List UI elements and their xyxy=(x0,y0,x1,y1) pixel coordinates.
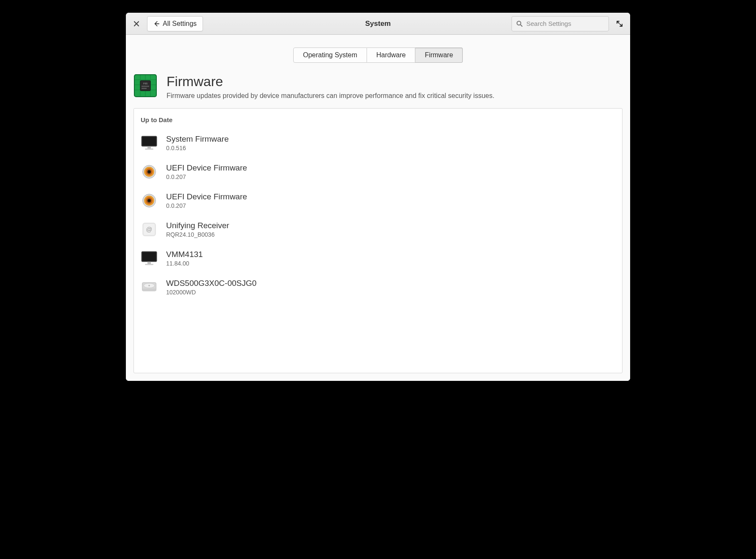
monitor-icon xyxy=(140,249,158,268)
svg-rect-26 xyxy=(147,262,151,264)
page-hero: P85 Firmware Firmware updates provided b… xyxy=(126,73,630,108)
speaker-icon xyxy=(140,191,158,210)
svg-text:P85: P85 xyxy=(143,82,148,85)
firmware-item-name: UEFI Device Firmware xyxy=(166,192,247,201)
firmware-item-version: 0.0.516 xyxy=(166,145,229,151)
firmware-item-name: WDS500G3X0C-00SJG0 xyxy=(166,279,256,288)
search-icon xyxy=(516,20,523,27)
content-area: Operating System Hardware Firmware P85 xyxy=(126,35,630,381)
firmware-item[interactable]: WDS500G3X0C-00SJG0102000WD xyxy=(140,274,616,303)
firmware-item-name: UEFI Device Firmware xyxy=(166,163,247,173)
speaker-icon xyxy=(140,162,158,181)
svg-rect-9 xyxy=(147,146,151,148)
svg-point-15 xyxy=(148,171,150,173)
chip-icon: P85 xyxy=(133,73,157,98)
svg-rect-27 xyxy=(145,264,153,265)
firmware-item-name: System Firmware xyxy=(166,134,229,144)
page-subtitle: Firmware updates provided by device manu… xyxy=(167,92,495,100)
svg-rect-31 xyxy=(142,289,156,291)
firmware-item-name: VMM4131 xyxy=(166,250,203,259)
maximize-button[interactable] xyxy=(613,17,626,30)
firmware-item[interactable]: System Firmware0.0.516 xyxy=(140,130,616,159)
firmware-item[interactable]: VMM413111.84.00 xyxy=(140,246,616,274)
firmware-item-meta: VMM413111.84.00 xyxy=(166,250,203,267)
firmware-item-meta: WDS500G3X0C-00SJG0102000WD xyxy=(166,279,256,296)
tab-operating-system[interactable]: Operating System xyxy=(293,48,367,63)
tab-label: Hardware xyxy=(376,51,406,59)
tab-hardware[interactable]: Hardware xyxy=(367,48,415,63)
svg-rect-4 xyxy=(142,86,149,87)
svg-text:@: @ xyxy=(146,226,153,233)
close-button[interactable] xyxy=(130,17,143,30)
firmware-item[interactable]: UEFI Device Firmware0.0.207 xyxy=(140,188,616,217)
firmware-item-meta: System Firmware0.0.516 xyxy=(166,134,229,151)
firmware-panel: Up to Date System Firmware0.0.516 UEFI D… xyxy=(133,108,623,373)
settings-window: System All Settings xyxy=(126,13,630,381)
svg-point-30 xyxy=(148,285,150,287)
search-field[interactable] xyxy=(511,16,609,31)
drive-icon xyxy=(140,278,158,296)
svg-rect-5 xyxy=(142,88,147,89)
panel-title: Up to Date xyxy=(141,116,616,123)
page-title: Firmware xyxy=(167,74,495,89)
svg-rect-25 xyxy=(142,252,156,261)
firmware-item-name: Unifying Receiver xyxy=(166,221,229,230)
svg-point-20 xyxy=(148,200,150,202)
tab-bar: Operating System Hardware Firmware xyxy=(293,48,463,63)
firmware-item-version: 0.0.207 xyxy=(166,173,247,180)
firmware-item-version: 102000WD xyxy=(166,289,256,296)
search-input[interactable] xyxy=(526,20,607,27)
back-arrow-icon xyxy=(153,21,159,27)
firmware-item-version: 0.0.207 xyxy=(166,202,247,209)
receiver-icon: @ xyxy=(140,220,158,239)
maximize-icon xyxy=(616,20,623,27)
svg-rect-10 xyxy=(145,148,153,150)
monitor-icon xyxy=(140,134,158,152)
firmware-item-meta: UEFI Device Firmware0.0.207 xyxy=(166,192,247,209)
svg-rect-8 xyxy=(142,137,156,145)
firmware-item-version: RQR24.10_B0036 xyxy=(166,231,229,238)
firmware-item-meta: Unifying ReceiverRQR24.10_B0036 xyxy=(166,221,229,238)
firmware-item-version: 11.84.00 xyxy=(166,260,203,267)
page-hero-text: Firmware Firmware updates provided by de… xyxy=(167,73,495,100)
tab-label: Operating System xyxy=(303,51,357,59)
firmware-item[interactable]: UEFI Device Firmware0.0.207 xyxy=(140,159,616,188)
tab-label: Firmware xyxy=(425,51,453,59)
firmware-item-meta: UEFI Device Firmware0.0.207 xyxy=(166,163,247,180)
all-settings-button[interactable]: All Settings xyxy=(147,16,203,31)
tab-firmware[interactable]: Firmware xyxy=(415,48,463,63)
firmware-item[interactable]: @ Unifying ReceiverRQR24.10_B0036 xyxy=(140,217,616,246)
back-button-label: All Settings xyxy=(163,20,197,28)
close-icon xyxy=(133,20,140,27)
device-list: System Firmware0.0.516 UEFI Device Firmw… xyxy=(140,130,616,303)
headerbar: System All Settings xyxy=(126,13,630,35)
